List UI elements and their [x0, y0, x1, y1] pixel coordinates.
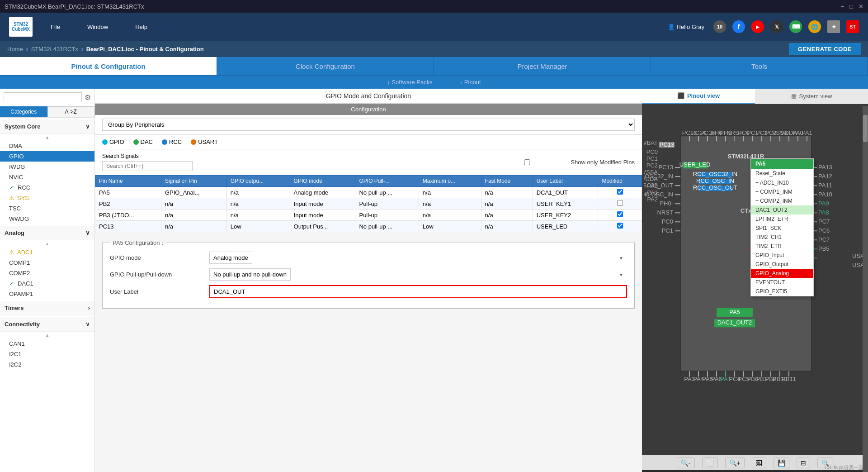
cell-modified[interactable]: [598, 198, 642, 210]
col-gpio-pull[interactable]: GPIO Pull-...: [355, 176, 419, 187]
tab-clock-config[interactable]: Clock Configuration: [217, 57, 434, 75]
col-pin-name[interactable]: Pin Name: [95, 176, 161, 187]
col-signal[interactable]: Signal on Pin: [161, 176, 226, 187]
menu-eventout[interactable]: EVENTOUT: [751, 278, 813, 287]
generate-code-button[interactable]: GENERATE CODE: [789, 43, 861, 55]
sidebar-item-i2c2[interactable]: I2C2: [0, 359, 94, 370]
layers-button[interactable]: ⊟: [797, 458, 810, 468]
menu-gpio-input[interactable]: GPIO_Input: [751, 251, 813, 260]
twitter-icon[interactable]: 𝕏: [770, 20, 783, 33]
sidebar-item-nvic[interactable]: NVIC: [0, 172, 94, 182]
table-row[interactable]: PB2 n/a n/a Input mode Pull-up n/a n/a U…: [95, 198, 642, 210]
col-fast-mode[interactable]: Fast Mode: [481, 176, 533, 187]
github-icon[interactable]: ⌨: [789, 20, 802, 33]
minimize-btn[interactable]: −: [841, 3, 844, 10]
sidebar-tab-categories[interactable]: Categories: [0, 106, 47, 117]
sidebar-item-iwdg[interactable]: IWDG: [0, 162, 94, 172]
category-timers[interactable]: Timers ›: [0, 301, 94, 315]
breadcrumb-mcu[interactable]: STM32L431RCTx: [31, 46, 78, 52]
sidebar-item-can1[interactable]: CAN1: [0, 339, 94, 349]
youtube-icon[interactable]: ▶: [751, 20, 764, 33]
screenshot-button[interactable]: 🖼: [752, 458, 766, 468]
table-row[interactable]: PB3 (JTDO... n/a n/a Input mode Pull-up …: [95, 210, 642, 221]
filter-gpio[interactable]: GPIO: [102, 138, 124, 145]
cell-modified[interactable]: [598, 187, 642, 198]
group-by-select[interactable]: Group By Peripherals: [102, 119, 635, 131]
breadcrumb-project[interactable]: BearPi_DAC1.ioc - Pinout & Configuration: [86, 46, 204, 52]
sidebar-item-gpio[interactable]: GPIO: [0, 151, 94, 162]
sidebar-tab-az[interactable]: A->Z: [47, 106, 95, 117]
sidebar-item-wwdg[interactable]: WWDG: [0, 214, 94, 224]
col-modified[interactable]: Modified: [598, 176, 642, 187]
sidebar-item-comp1[interactable]: COMP1: [0, 257, 94, 268]
sidebar-item-opamp1[interactable]: OPAMP1: [0, 289, 94, 299]
nav-file[interactable]: File: [51, 24, 60, 30]
facebook-icon[interactable]: f: [732, 20, 745, 33]
nav-window[interactable]: Window: [87, 24, 108, 30]
sidebar-item-sys[interactable]: SYS: [0, 193, 94, 203]
close-btn[interactable]: ✕: [859, 3, 863, 10]
category-connectivity[interactable]: Connectivity ∨: [0, 317, 94, 332]
tab-system-view[interactable]: ▦ System view: [755, 89, 868, 104]
menu-reset-state[interactable]: Reset_State: [751, 169, 813, 178]
sub-tab-pinout[interactable]: ↓ Pinout: [460, 79, 481, 86]
table-row[interactable]: PA5 GPIO_Anal... n/a Analog mode No pull…: [95, 187, 642, 198]
search-signals-input[interactable]: [102, 161, 193, 171]
col-gpio-mode[interactable]: GPIO mode: [290, 176, 355, 187]
tab-pinout-view[interactable]: ⬛ Pinout view: [642, 89, 755, 104]
menu-tim2-ch1[interactable]: TIM2_CH1: [751, 233, 813, 242]
filter-dac[interactable]: DAC: [133, 138, 153, 145]
filter-rcc[interactable]: RCC: [162, 138, 182, 145]
sidebar-item-adc1[interactable]: ADC1: [0, 247, 94, 257]
menu-gpio-analog[interactable]: GPIO_Analog: [751, 269, 813, 278]
maximize-btn[interactable]: □: [849, 3, 853, 10]
menu-gpio-exti5[interactable]: GPIO_EXTI5: [751, 287, 813, 296]
zoom-in-button[interactable]: 🔍+: [725, 458, 745, 468]
save-view-button[interactable]: 💾: [774, 458, 789, 468]
menu-dac1-out2[interactable]: DAC1_OUT2: [751, 205, 813, 215]
sidebar-search-input[interactable]: [4, 92, 82, 102]
menu-comp1[interactable]: + COMP1_INM: [751, 187, 813, 196]
sub-tab-software-packs[interactable]: ↓ Software Packs: [387, 79, 432, 86]
sidebar-item-comp2[interactable]: COMP2: [0, 268, 94, 278]
breadcrumb-home[interactable]: Home: [7, 46, 23, 52]
right-scrollbar[interactable]: [863, 106, 868, 472]
cell-modified[interactable]: [598, 210, 642, 221]
show-modified-checkbox[interactable]: [486, 159, 568, 165]
table-row[interactable]: PC13 n/a Low Output Pus... No pull-up ..…: [95, 221, 642, 232]
menu-spi1-sck[interactable]: SPI1_SCK: [751, 224, 813, 233]
sidebar-item-tsc[interactable]: TSC: [0, 203, 94, 214]
sidebar-item-rcc[interactable]: RCC: [0, 182, 94, 193]
fit-screen-button[interactable]: ⬜: [702, 458, 718, 468]
tab-pinout-config[interactable]: Pinout & Configuration: [0, 57, 217, 75]
menu-tim2-etr[interactable]: TIM2_ETR: [751, 242, 813, 251]
globe-icon[interactable]: 🌐: [808, 20, 821, 33]
network-icon[interactable]: ✦: [827, 20, 840, 33]
col-user-label[interactable]: User Label: [533, 176, 598, 187]
sidebar-item-i2c1[interactable]: I2C1: [0, 349, 94, 359]
nav-help[interactable]: Help: [135, 24, 147, 30]
menu-gpio-output[interactable]: GPIO_Output: [751, 260, 813, 269]
sidebar-item-dma[interactable]: DMA: [0, 141, 94, 151]
user-label-input[interactable]: [209, 285, 627, 298]
filter-usart[interactable]: USART: [191, 138, 218, 145]
zoom-out-button[interactable]: 🔍-: [677, 458, 695, 468]
cell-modified[interactable]: [598, 221, 642, 232]
gpio-pull-select[interactable]: No pull-up and no pull-down: [209, 268, 291, 281]
window-controls[interactable]: − □ ✕: [841, 3, 863, 10]
icon-10[interactable]: 10: [713, 20, 726, 33]
category-system-core[interactable]: System Core ∨: [0, 119, 94, 134]
settings-icon[interactable]: ⚙: [85, 93, 91, 102]
sidebar-item-dac1[interactable]: DAC1: [0, 278, 94, 289]
gpio-mode-select[interactable]: Analog mode: [209, 252, 252, 264]
col-gpio-output[interactable]: GPIO outpu...: [226, 176, 290, 187]
scrollbar-thumb[interactable]: [863, 115, 868, 142]
tab-project-manager[interactable]: Project Manager: [434, 57, 651, 75]
st-icon[interactable]: ST: [846, 20, 859, 33]
category-analog[interactable]: Analog ∨: [0, 226, 94, 240]
col-max[interactable]: Maximum o...: [419, 176, 481, 187]
menu-adc1[interactable]: + ADC1_IN10: [751, 178, 813, 187]
menu-lptim2[interactable]: LPTIM2_ETR: [751, 215, 813, 224]
menu-comp2[interactable]: + COMP2_INM: [751, 196, 813, 205]
tab-tools[interactable]: Tools: [651, 57, 868, 75]
